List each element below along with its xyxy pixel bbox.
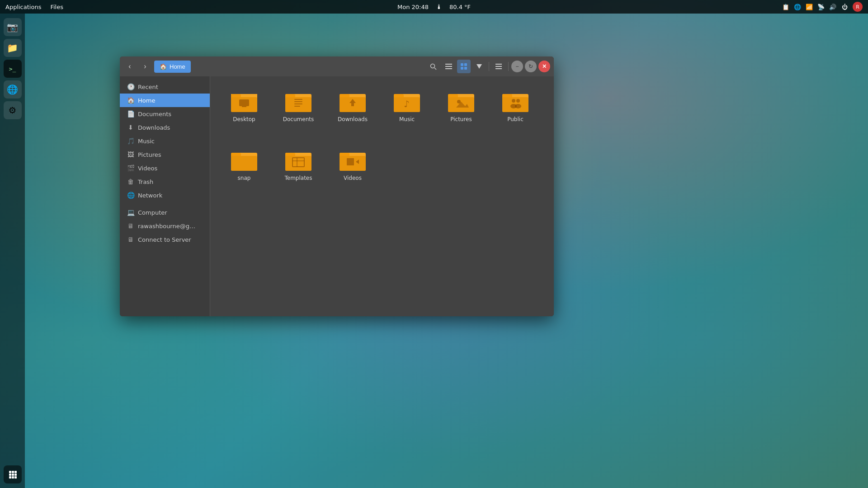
volume-icon[interactable]: 🔊 <box>829 3 836 10</box>
sidebar-label-music: Music <box>138 138 155 145</box>
folder-svg <box>285 149 311 171</box>
search-icon <box>430 63 437 70</box>
sidebar-item-user-drive[interactable]: 🖥 rawashbourne@g… <box>120 219 210 233</box>
home-label: Home <box>170 63 185 70</box>
svg-rect-8 <box>14 476 17 479</box>
dock-terminal[interactable]: >_ <box>4 60 22 78</box>
folder-downloads-icon <box>339 90 366 113</box>
folder-pictures[interactable]: Pictures <box>436 85 486 140</box>
panel-right: 📋 🌐 📶 📡 🔊 ⏻ R <box>782 2 863 12</box>
file-manager-window: ‹ › 🏠 Home <box>120 56 554 316</box>
forward-button[interactable]: › <box>139 60 151 73</box>
home-button[interactable]: 🏠 Home <box>154 61 191 73</box>
sidebar-label-computer: Computer <box>138 209 167 216</box>
maximize-button[interactable]: ↻ <box>525 61 537 72</box>
applications-menu[interactable]: Applications <box>5 4 41 10</box>
app-grid-icon <box>8 470 17 479</box>
sidebar-item-pictures[interactable]: 🖼 Pictures <box>120 148 210 161</box>
menu-button[interactable] <box>492 60 505 73</box>
svg-rect-5 <box>14 474 17 476</box>
bluetooth-icon[interactable]: 📡 <box>817 3 825 10</box>
close-button[interactable]: ✕ <box>538 61 550 72</box>
toolbar: ‹ › 🏠 Home <box>120 56 554 76</box>
sidebar-label-network: Network <box>138 192 162 199</box>
list-view-button[interactable] <box>442 60 455 73</box>
svg-rect-31 <box>294 99 302 100</box>
svg-rect-57 <box>231 156 257 171</box>
sidebar-item-documents[interactable]: 📄 Documents <box>120 107 210 121</box>
folder-templates[interactable]: Templates <box>274 144 323 198</box>
folder-downloads[interactable]: Downloads <box>328 85 377 140</box>
folder-documents[interactable]: Documents <box>274 85 323 140</box>
folder-desktop-label: Desktop <box>233 116 255 123</box>
power-icon[interactable]: ⏻ <box>841 3 848 10</box>
document-icon[interactable]: 📋 <box>782 3 789 10</box>
weather-temp: 80.4 °F <box>449 4 471 10</box>
dock-app-grid[interactable] <box>4 465 22 483</box>
chrome-icon[interactable]: 🌐 <box>794 3 801 10</box>
svg-point-52 <box>516 99 520 103</box>
folder-music-icon: ♪ <box>393 90 420 113</box>
trash-icon: 🗑 <box>127 178 134 185</box>
svg-rect-67 <box>347 158 354 165</box>
search-button[interactable] <box>426 60 440 73</box>
downloads-icon: ⬇ <box>127 124 134 131</box>
folder-music[interactable]: ♪ Music <box>382 85 432 140</box>
panel-center: Mon 20:48 🌡 80.4 °F <box>397 3 471 10</box>
svg-rect-27 <box>242 106 246 107</box>
folder-svg <box>231 149 257 171</box>
sidebar-item-connect-server[interactable]: 🖥 Connect to Server <box>120 233 210 246</box>
folder-videos[interactable]: Videos <box>328 144 377 198</box>
dock-files[interactable]: 📁 <box>4 39 22 57</box>
back-button[interactable]: ‹ <box>123 60 136 73</box>
folder-documents-label: Documents <box>283 116 314 123</box>
sidebar-label-home: Home <box>138 97 155 104</box>
sort-icon <box>476 64 482 69</box>
sidebar-item-trash[interactable]: 🗑 Trash <box>120 175 210 188</box>
sidebar-item-home[interactable]: 🏠 Home <box>120 94 210 107</box>
svg-rect-26 <box>239 99 249 106</box>
folder-snap[interactable]: snap <box>219 144 269 198</box>
svg-rect-2 <box>14 471 17 473</box>
file-grid: Desktop Documents <box>210 76 554 316</box>
music-icon: 🎵 <box>127 137 134 145</box>
sidebar-item-computer[interactable]: 💻 Computer <box>120 206 210 219</box>
sidebar-label-user-drive: rawashbourne@g… <box>138 223 195 230</box>
sidebar-item-network[interactable]: 🌐 Network <box>120 188 210 202</box>
grid-view-button[interactable] <box>457 60 471 73</box>
wifi-icon[interactable]: 📶 <box>806 3 813 10</box>
folder-downloads-label: Downloads <box>338 116 368 123</box>
svg-rect-4 <box>12 474 14 476</box>
folder-svg: ♪ <box>394 90 420 112</box>
sidebar-item-downloads[interactable]: ⬇ Downloads <box>120 121 210 134</box>
sidebar-label-recent: Recent <box>138 84 158 90</box>
dock-screenshot[interactable]: 📷 <box>4 18 22 36</box>
recent-icon: 🕐 <box>127 83 134 90</box>
folder-public[interactable]: Public <box>491 85 540 140</box>
dock-settings[interactable]: ⚙️ <box>4 101 22 119</box>
svg-rect-20 <box>495 66 502 67</box>
folder-svg <box>448 90 474 112</box>
sidebar-label-downloads: Downloads <box>138 124 170 131</box>
sidebar-item-videos[interactable]: 🎬 Videos <box>120 161 210 175</box>
folder-desktop[interactable]: Desktop <box>219 85 269 140</box>
svg-line-10 <box>434 68 436 70</box>
folder-templates-label: Templates <box>284 175 312 182</box>
svg-rect-21 <box>495 68 502 69</box>
files-menu[interactable]: Files <box>50 4 63 10</box>
svg-rect-32 <box>294 101 302 102</box>
avatar[interactable]: R <box>853 2 863 12</box>
content-area: 🕐 Recent 🏠 Home 📄 Documents ⬇ Downloads … <box>120 76 554 316</box>
sidebar-item-music[interactable]: 🎵 Music <box>120 134 210 148</box>
sidebar-label-trash: Trash <box>138 178 153 185</box>
svg-point-9 <box>430 64 434 68</box>
svg-rect-3 <box>9 474 11 476</box>
sort-button[interactable] <box>472 60 486 73</box>
sidebar: 🕐 Recent 🏠 Home 📄 Documents ⬇ Downloads … <box>120 76 210 316</box>
toolbar-separator <box>489 62 489 71</box>
network-icon: 🌐 <box>127 192 134 199</box>
minimize-button[interactable]: − <box>511 61 523 72</box>
sidebar-item-recent[interactable]: 🕐 Recent <box>120 80 210 94</box>
folder-documents-icon <box>285 90 312 113</box>
dock-chrome[interactable]: 🌐 <box>4 80 22 99</box>
